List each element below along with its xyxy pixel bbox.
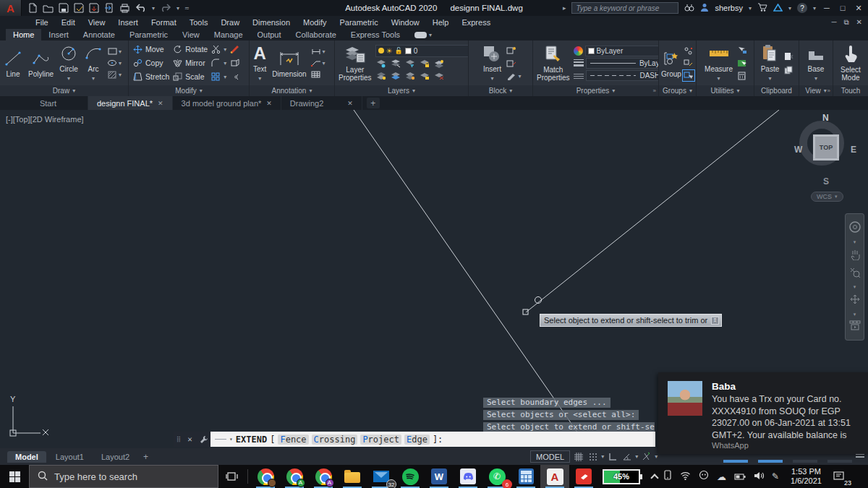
doc-close-button[interactable]: ✕ <box>856 18 862 27</box>
option-edge[interactable]: Edge <box>404 435 430 445</box>
clipboard-panel-label[interactable]: Clipboard <box>754 85 799 96</box>
isodraft-icon[interactable] <box>640 450 652 463</box>
show-motion-icon[interactable] <box>849 320 861 333</box>
minimize-button[interactable]: ─ <box>822 4 832 12</box>
ribbon-tab-insert[interactable]: Insert <box>41 29 76 40</box>
circle-button[interactable]: Circle▾ <box>57 42 80 84</box>
quick-calculator-icon[interactable] <box>736 71 748 82</box>
measure-button[interactable]: Measure▾ <box>702 42 735 84</box>
table-icon[interactable] <box>310 69 322 80</box>
navbar-caret2[interactable]: ▾ <box>854 284 856 290</box>
undo-dropdown[interactable]: ▾ <box>152 5 155 12</box>
pan-icon[interactable] <box>849 249 861 263</box>
navigation-bar[interactable]: ▾ ▾ ▾ <box>845 213 864 341</box>
menu-help[interactable]: Help <box>426 18 456 27</box>
doc-tab-start[interactable]: Start <box>9 96 88 110</box>
save-all-button[interactable] <box>89 3 99 13</box>
layer-freeze-icon[interactable]: ☀ <box>386 47 393 55</box>
arc-button[interactable]: Arc▾ <box>82 42 105 84</box>
block-editor-icon[interactable] <box>506 71 517 82</box>
search-collapse-arrow[interactable]: ▸ <box>563 4 566 12</box>
option-crossing[interactable]: Crossing <box>312 435 358 445</box>
command-dropdown-caret[interactable]: ▾ <box>229 436 233 442</box>
battery-widget[interactable]: 45% <box>603 469 640 484</box>
line-button[interactable]: Line <box>1 47 25 80</box>
group-selection-toggle[interactable] <box>683 70 694 81</box>
app-store-cart-icon[interactable] <box>757 1 767 14</box>
layers-panel-label[interactable]: Layers▾ <box>335 85 468 96</box>
cut-icon[interactable] <box>783 51 794 61</box>
taskbar-chrome-1[interactable] <box>251 465 280 488</box>
command-input[interactable]: ▾ EXTEND [ Fence Crossing Project Edge ]… <box>210 432 655 447</box>
signed-in-user[interactable]: sherbsy <box>715 4 743 12</box>
copy-button[interactable]: Copy <box>132 56 169 69</box>
stretch-button[interactable]: Stretch <box>132 70 169 83</box>
option-fence[interactable]: Fence <box>278 435 308 445</box>
taskbar-autocad[interactable]: A <box>540 465 569 488</box>
pen-icon[interactable]: ✎ <box>772 471 779 481</box>
polyline-button[interactable]: Polyline <box>26 47 56 80</box>
hatch-tool-icon[interactable] <box>106 69 118 80</box>
user-dropdown[interactable]: ▾ <box>749 5 752 12</box>
erase-button[interactable] <box>229 43 240 56</box>
snap-toggle-icon[interactable] <box>587 450 599 463</box>
navbar-caret1[interactable]: ▾ <box>854 239 856 245</box>
view-dialog-launcher[interactable]: » <box>827 87 830 94</box>
taskbar-chrome-2[interactable]: A <box>280 465 309 488</box>
volume-icon[interactable] <box>754 470 764 483</box>
viewcube[interactable]: N S W E TOP <box>793 117 859 184</box>
ungroup-icon[interactable] <box>683 46 694 56</box>
new-layout-button[interactable]: + <box>139 452 153 462</box>
menu-dimension[interactable]: Dimension <box>246 18 297 27</box>
viewcube-top-face[interactable]: TOP <box>813 134 839 160</box>
layer-make-current-icon[interactable] <box>433 59 445 69</box>
taskbar-whatsapp[interactable]: ✆6 <box>482 465 511 488</box>
modify-panel-label[interactable]: Modify▾ <box>129 85 249 96</box>
new-tab-button[interactable]: + <box>367 98 380 108</box>
ribbon-tab-express-tools[interactable]: Express Tools <box>344 29 407 40</box>
properties-dialog-launcher[interactable]: » <box>653 87 656 94</box>
ribbon-tab-home[interactable]: Home <box>6 29 41 40</box>
move-button[interactable]: Move <box>132 43 169 56</box>
leader-icon[interactable] <box>310 58 322 69</box>
meet-now-icon[interactable] <box>699 470 709 483</box>
menu-express[interactable]: Express <box>455 18 497 27</box>
wifi-icon[interactable] <box>680 470 691 483</box>
rotate-button[interactable]: Rotate <box>171 43 208 56</box>
trim-button[interactable]: ▾ <box>210 43 226 56</box>
command-drag-handle[interactable]: ⣿ <box>174 432 183 447</box>
maximize-button[interactable]: □ <box>838 4 848 12</box>
properties-panel-label[interactable]: Properties▾» <box>533 85 658 96</box>
command-close-icon[interactable]: ✕ <box>183 432 197 447</box>
recent-commands-icon[interactable] <box>215 439 226 440</box>
zoom-icon[interactable] <box>849 267 861 281</box>
linetype-dropdown[interactable]: DASH... ▾ <box>586 70 659 81</box>
model-space-button[interactable]: MODEL <box>530 450 570 463</box>
open-button[interactable] <box>43 4 54 13</box>
taskbar-mail[interactable]: 32 <box>367 465 396 488</box>
layout1-tab[interactable]: Layout1 <box>48 451 92 463</box>
sign-in-icon[interactable] <box>700 1 709 14</box>
quick-select-icon[interactable] <box>736 45 748 56</box>
ellipse-dropdown[interactable]: ▾ <box>119 60 122 67</box>
base-button[interactable]: Base▾ <box>804 42 827 84</box>
ribbon-tab-output[interactable]: Output <box>250 29 289 40</box>
menu-edit[interactable]: Edit <box>55 18 82 27</box>
viewcube-east[interactable]: E <box>851 145 856 155</box>
doc-restore-button[interactable]: ⧉ <box>843 18 848 27</box>
annotation-panel-label[interactable]: Annotation▾ <box>250 85 334 96</box>
touch-panel-label[interactable]: Touch <box>833 85 868 96</box>
orbit-icon[interactable] <box>849 294 861 308</box>
close-tab-icon[interactable]: ✕ <box>347 100 353 107</box>
layer-tool3-icon[interactable] <box>404 71 416 82</box>
viewcube-west[interactable]: W <box>794 145 802 155</box>
save-button[interactable] <box>59 3 69 13</box>
ortho-toggle-icon[interactable] <box>606 450 618 463</box>
taskbar-calculator[interactable] <box>511 465 540 488</box>
undo-button[interactable] <box>135 4 147 12</box>
edit-attributes-icon[interactable] <box>506 58 517 69</box>
draw-panel-label[interactable]: Draw▾ <box>0 85 128 96</box>
ribbon-display-toggle[interactable]: ▾ <box>414 29 432 40</box>
array-button[interactable]: ▾ <box>210 70 226 83</box>
ribbon-tab-parametric[interactable]: Parametric <box>122 29 175 40</box>
